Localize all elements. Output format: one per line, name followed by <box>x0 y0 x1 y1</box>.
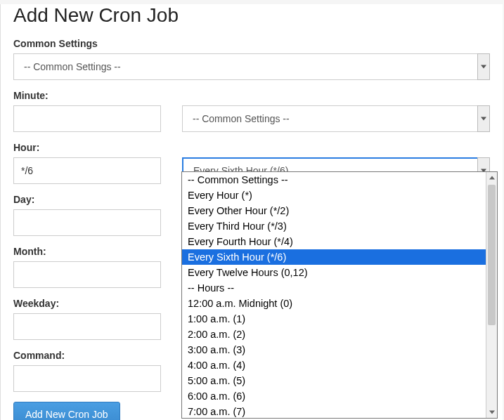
common-settings-select-wrap: -- Common Settings -- <box>13 53 490 80</box>
hour-input[interactable] <box>13 157 161 184</box>
common-settings-group: Common Settings -- Common Settings -- <box>13 38 490 80</box>
hour-option[interactable]: 1:00 a.m. (1) <box>182 311 486 327</box>
add-cron-job-button[interactable]: Add New Cron Job <box>13 402 120 420</box>
command-input[interactable] <box>13 365 161 392</box>
hour-option[interactable]: -- Hours -- <box>182 280 486 296</box>
minute-select-wrap: -- Common Settings -- <box>182 105 490 132</box>
hour-option[interactable]: -- Common Settings -- <box>182 172 486 188</box>
hour-option[interactable]: Every Sixth Hour (*/6) <box>182 249 486 265</box>
hour-option[interactable]: 3:00 a.m. (3) <box>182 342 486 357</box>
day-input[interactable] <box>13 209 161 236</box>
page-title: Add New Cron Job <box>13 4 490 27</box>
scrollbar-thumb[interactable] <box>488 185 496 325</box>
minute-select[interactable]: -- Common Settings -- <box>182 105 490 132</box>
hour-dropdown-list[interactable]: -- Common Settings --Every Hour (*)Every… <box>182 172 486 418</box>
hour-dropdown-panel: -- Common Settings --Every Hour (*)Every… <box>181 171 498 419</box>
svg-marker-3 <box>489 176 495 180</box>
hour-option[interactable]: 5:00 a.m. (5) <box>182 373 486 388</box>
svg-marker-4 <box>489 411 495 414</box>
common-settings-select[interactable]: -- Common Settings -- <box>13 53 490 80</box>
scroll-up-icon[interactable] <box>486 172 497 183</box>
hour-option[interactable]: 4:00 a.m. (4) <box>182 357 486 373</box>
hour-option[interactable]: Every Third Hour (*/3) <box>182 218 486 234</box>
dropdown-scrollbar[interactable] <box>486 172 497 418</box>
hour-option[interactable]: 6:00 a.m. (6) <box>182 388 486 404</box>
hour-option[interactable]: 2:00 a.m. (2) <box>182 327 486 342</box>
hour-option[interactable]: Every Hour (*) <box>182 188 486 203</box>
hour-label: Hour: <box>13 142 490 153</box>
hour-option[interactable]: 7:00 a.m. (7) <box>182 404 486 418</box>
weekday-input[interactable] <box>13 313 161 340</box>
hour-option[interactable]: Every Other Hour (*/2) <box>182 203 486 218</box>
month-input[interactable] <box>13 261 161 288</box>
minute-input[interactable] <box>13 105 161 132</box>
hour-option[interactable]: Every Twelve Hours (0,12) <box>182 265 486 280</box>
minute-group: Minute: -- Common Settings -- <box>13 90 490 132</box>
minute-label: Minute: <box>13 90 490 101</box>
hour-option[interactable]: Every Fourth Hour (*/4) <box>182 234 486 249</box>
common-settings-label: Common Settings <box>13 38 490 49</box>
scroll-down-icon[interactable] <box>486 407 497 418</box>
hour-option[interactable]: 12:00 a.m. Midnight (0) <box>182 296 486 311</box>
